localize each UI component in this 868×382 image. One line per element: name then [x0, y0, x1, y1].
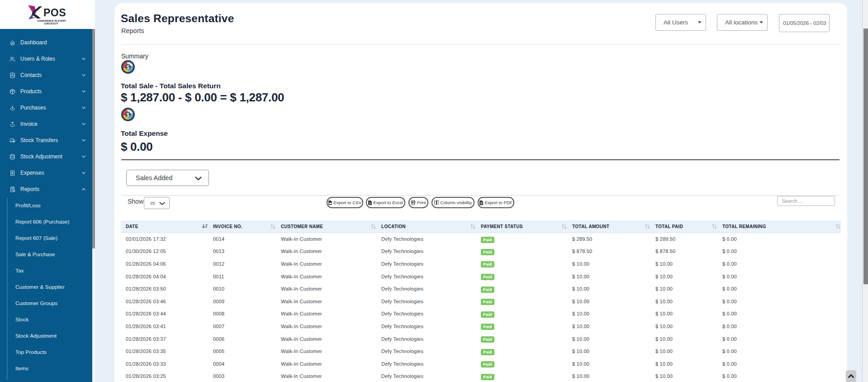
svg-text:CHECKOUT: CHECKOUT	[44, 22, 58, 25]
svg-text:POS: POS	[43, 7, 66, 19]
